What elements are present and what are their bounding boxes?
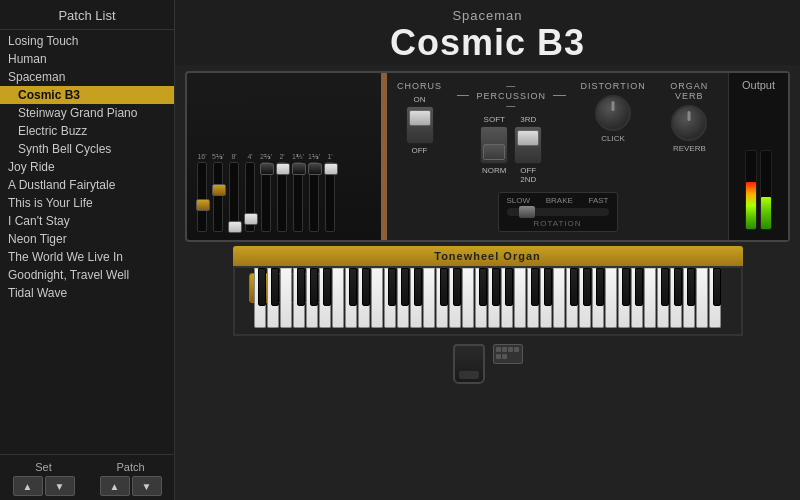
black-key-25[interactable] bbox=[583, 268, 591, 306]
black-key-17[interactable] bbox=[479, 268, 487, 306]
black-key-4[interactable] bbox=[310, 268, 318, 306]
drawbar-label-6: 1⅗' bbox=[291, 153, 305, 160]
black-key-12[interactable] bbox=[414, 268, 422, 306]
black-key-5[interactable] bbox=[323, 268, 331, 306]
black-key-19[interactable] bbox=[505, 268, 513, 306]
patch-item[interactable]: Losing Touch bbox=[0, 32, 174, 50]
perc-3rd-switch[interactable] bbox=[514, 126, 542, 164]
black-key-15[interactable] bbox=[453, 268, 461, 306]
black-key-29[interactable] bbox=[635, 268, 643, 306]
perc-3rd-label: 3RD bbox=[520, 115, 536, 124]
expression-pedal[interactable] bbox=[493, 344, 523, 364]
black-key-8[interactable] bbox=[362, 268, 370, 306]
drawbar-handle-6[interactable] bbox=[292, 163, 306, 175]
black-key-14[interactable] bbox=[440, 268, 448, 306]
reverb-knob-wrapper: REVERB bbox=[671, 105, 707, 153]
black-key-22[interactable] bbox=[544, 268, 552, 306]
drawbar-handle-3[interactable] bbox=[244, 213, 258, 225]
drawbar-track-2[interactable] bbox=[229, 162, 239, 232]
chorus-switch[interactable] bbox=[406, 106, 434, 144]
drawbar-track-4[interactable] bbox=[261, 162, 271, 232]
chorus-switch-wrapper: ON OFF bbox=[406, 95, 434, 155]
white-key-34[interactable] bbox=[696, 268, 708, 328]
drawbar-track-6[interactable] bbox=[293, 162, 303, 232]
drawbar-0: 16' bbox=[195, 153, 209, 232]
white-key-6[interactable] bbox=[332, 268, 344, 328]
pedal-dot-1 bbox=[496, 347, 501, 352]
white-key-27[interactable] bbox=[605, 268, 617, 328]
black-key-31[interactable] bbox=[661, 268, 669, 306]
perc-soft-switch[interactable] bbox=[480, 126, 508, 164]
drawbar-track-0[interactable] bbox=[197, 162, 207, 232]
white-key-16[interactable] bbox=[462, 268, 474, 328]
set-up-button[interactable]: ▲ bbox=[13, 476, 43, 496]
black-key-35[interactable] bbox=[713, 268, 721, 306]
patch-up-button[interactable]: ▲ bbox=[100, 476, 130, 496]
rotation-sublabel: ROTATION bbox=[533, 219, 581, 228]
set-down-button[interactable]: ▼ bbox=[45, 476, 75, 496]
drawbar-track-7[interactable] bbox=[309, 162, 319, 232]
white-key-13[interactable] bbox=[423, 268, 435, 328]
white-key-23[interactable] bbox=[553, 268, 565, 328]
black-key-24[interactable] bbox=[570, 268, 578, 306]
perc-norm-label: NORM bbox=[482, 166, 506, 175]
drawbar-track-8[interactable] bbox=[325, 162, 335, 232]
black-key-28[interactable] bbox=[622, 268, 630, 306]
drawbar-handle-8[interactable] bbox=[324, 163, 338, 175]
black-key-10[interactable] bbox=[388, 268, 396, 306]
patch-item[interactable]: The World We Live In bbox=[0, 248, 174, 266]
drawbar-handle-2[interactable] bbox=[228, 221, 242, 233]
percussion-switches: SOFT NORM 3RD bbox=[480, 115, 542, 184]
drawbar-handle-0[interactable] bbox=[196, 199, 210, 211]
black-key-3[interactable] bbox=[297, 268, 305, 306]
patch-item[interactable]: Neon Tiger bbox=[0, 230, 174, 248]
drawbar-handle-1[interactable] bbox=[212, 184, 226, 196]
rotation-fast: FAST bbox=[588, 196, 608, 205]
patch-item[interactable]: A Dustland Fairytale bbox=[0, 176, 174, 194]
black-key-26[interactable] bbox=[596, 268, 604, 306]
rotation-slider[interactable] bbox=[507, 208, 609, 216]
keyboard-label-bar: Tonewheel Organ bbox=[233, 246, 743, 266]
drawbar-label-2: 8' bbox=[227, 153, 241, 160]
patch-item[interactable]: Spaceman bbox=[0, 68, 174, 86]
black-key-0[interactable] bbox=[258, 268, 266, 306]
patch-item[interactable]: Tidal Wave bbox=[0, 284, 174, 302]
drawbar-handle-4[interactable] bbox=[260, 163, 274, 175]
black-key-7[interactable] bbox=[349, 268, 357, 306]
patch-item[interactable]: Steinway Grand Piano bbox=[0, 104, 174, 122]
drawbar-handle-7[interactable] bbox=[308, 163, 322, 175]
output-label: Output bbox=[742, 79, 775, 91]
patch-item[interactable]: This is Your Life bbox=[0, 194, 174, 212]
patch-down-button[interactable]: ▼ bbox=[132, 476, 162, 496]
black-key-33[interactable] bbox=[687, 268, 695, 306]
distortion-knob[interactable] bbox=[595, 95, 631, 131]
black-key-32[interactable] bbox=[674, 268, 682, 306]
black-key-18[interactable] bbox=[492, 268, 500, 306]
white-key-2[interactable] bbox=[280, 268, 292, 328]
patch-item[interactable]: Electric Buzz bbox=[0, 122, 174, 140]
patch-label: Patch bbox=[91, 461, 170, 473]
black-key-11[interactable] bbox=[401, 268, 409, 306]
white-key-9[interactable] bbox=[371, 268, 383, 328]
patch-item[interactable]: Goodnight, Travel Well bbox=[0, 266, 174, 284]
chorus-on-label: ON bbox=[414, 95, 426, 104]
black-key-21[interactable] bbox=[531, 268, 539, 306]
patch-item[interactable]: Cosmic B3 bbox=[0, 86, 174, 104]
black-key-1[interactable] bbox=[271, 268, 279, 306]
white-key-30[interactable] bbox=[644, 268, 656, 328]
sustain-pedal[interactable] bbox=[453, 344, 485, 384]
reverb-knob[interactable] bbox=[671, 105, 707, 141]
white-key-20[interactable] bbox=[514, 268, 526, 328]
patch-item[interactable]: I Can't Stay bbox=[0, 212, 174, 230]
drawbar-track-3[interactable] bbox=[245, 162, 255, 232]
patch-list: Losing TouchHumanSpacemanCosmic B3Steinw… bbox=[0, 30, 174, 454]
perc-soft-wrapper: SOFT NORM bbox=[480, 115, 508, 184]
drawbar-track-1[interactable] bbox=[213, 162, 223, 232]
perc-soft-label: SOFT bbox=[484, 115, 505, 124]
patch-item[interactable]: Synth Bell Cycles bbox=[0, 140, 174, 158]
keyboard-wrapper: Tonewheel Organ bbox=[175, 246, 800, 336]
drawbar-handle-5[interactable] bbox=[276, 163, 290, 175]
patch-item[interactable]: Human bbox=[0, 50, 174, 68]
drawbar-track-5[interactable] bbox=[277, 162, 287, 232]
patch-item[interactable]: Joy Ride bbox=[0, 158, 174, 176]
